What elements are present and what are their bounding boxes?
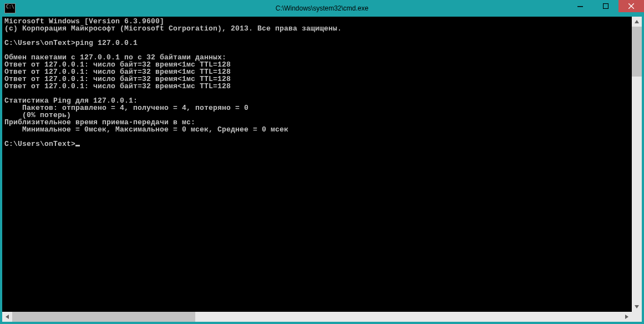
prompt-2-path: C:\Users\onText> xyxy=(4,140,75,148)
close-button[interactable] xyxy=(618,0,644,12)
scrollbar-corner xyxy=(632,312,642,322)
minimize-button[interactable] xyxy=(567,0,593,12)
console-container: Microsoft Windows [Version 6.3.9600] (c)… xyxy=(0,17,644,324)
terminal-output: Microsoft Windows [Version 6.3.9600] (c)… xyxy=(4,18,630,148)
cursor xyxy=(75,145,80,146)
svg-rect-0 xyxy=(577,6,583,7)
vertical-scroll-track[interactable] xyxy=(632,27,642,302)
chevron-right-icon xyxy=(625,315,628,319)
window-controls xyxy=(567,0,644,12)
chevron-left-icon xyxy=(6,315,9,319)
cmd-icon[interactable] xyxy=(4,3,16,13)
console-viewport[interactable]: Microsoft Windows [Version 6.3.9600] (c)… xyxy=(2,17,632,312)
vertical-scroll-thumb[interactable] xyxy=(632,27,642,77)
horizontal-scrollbar[interactable] xyxy=(2,312,632,322)
svg-rect-1 xyxy=(604,4,608,9)
scroll-up-button[interactable] xyxy=(632,17,642,27)
scroll-right-button[interactable] xyxy=(622,312,632,322)
horizontal-scroll-track[interactable] xyxy=(12,312,622,322)
titlebar[interactable]: C:\Windows\system32\cmd.exe xyxy=(0,0,644,17)
maximize-button[interactable] xyxy=(593,0,618,12)
window-title: C:\Windows\system32\cmd.exe xyxy=(276,4,368,12)
scroll-down-button[interactable] xyxy=(632,302,642,312)
line-header-2: (c) Корпорация Майкрософт (Microsoft Cor… xyxy=(4,24,342,33)
vertical-scrollbar[interactable] xyxy=(632,17,642,312)
prompt-1-path: C:\Users\onText> xyxy=(4,39,75,47)
close-icon xyxy=(628,3,634,9)
horizontal-scroll-thumb[interactable] xyxy=(12,312,195,322)
chevron-up-icon xyxy=(635,20,639,23)
line-rtt-values: Минимальное = 0мсек, Максимальное = 0 мс… xyxy=(4,125,288,134)
prompt-1-cmd: ping 127.0.0.1 xyxy=(75,39,138,47)
cmd-window: C:\Windows\system32\cmd.exe Microsoft Wi… xyxy=(0,0,644,324)
console-outer: Microsoft Windows [Version 6.3.9600] (c)… xyxy=(2,17,642,322)
line-reply-4: Ответ от 127.0.0.1: число байт=32 время<… xyxy=(4,82,231,90)
minimize-icon xyxy=(577,3,583,9)
scroll-left-button[interactable] xyxy=(2,312,12,322)
chevron-down-icon xyxy=(635,305,639,308)
maximize-icon xyxy=(603,3,608,9)
